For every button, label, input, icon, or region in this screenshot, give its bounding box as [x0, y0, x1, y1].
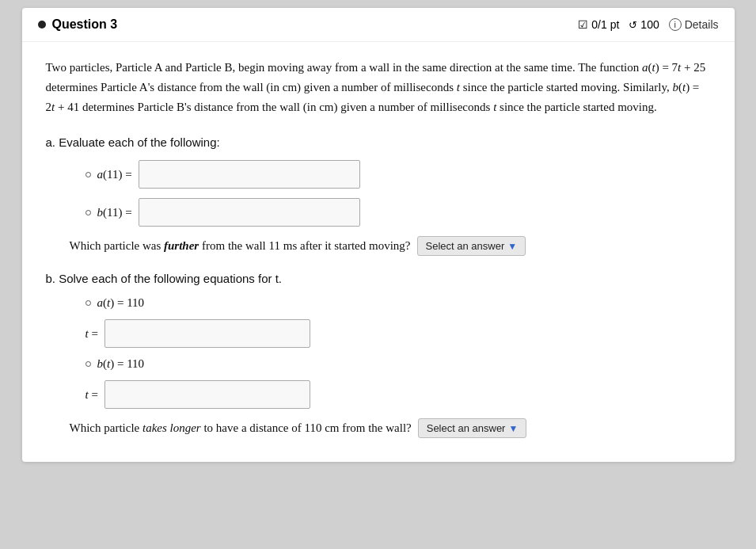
select-answer-further-btn[interactable]: Select an answer ▼	[417, 236, 526, 256]
a11-input[interactable]	[139, 160, 360, 189]
part-b-label: b. Solve each of the following equations…	[46, 272, 711, 285]
part-a-section: a. Evaluate each of the following: a(11)…	[46, 135, 711, 256]
header-right: ☑ 0/1 pt ↺ 100 i Details	[578, 18, 718, 31]
at-label: a(t) = 110	[97, 296, 145, 310]
takes-longer-text: Which particle takes longer to have a di…	[70, 421, 412, 435]
b11-label: b(11) =	[97, 206, 132, 219]
bullet-icon	[38, 21, 46, 29]
b11-input[interactable]	[139, 198, 360, 227]
retry-section: ↺ 100	[629, 18, 659, 31]
question-label: Question 3	[52, 17, 118, 32]
sub-part-at-row: a(t) = 110	[85, 296, 711, 310]
select-answer-longer-btn[interactable]: Select an answer ▼	[418, 418, 527, 438]
retry-count: 100	[640, 18, 659, 31]
t2-row: t =	[85, 380, 711, 409]
t2-label: t =	[85, 388, 98, 402]
score-badge: ☑ 0/1 pt	[578, 18, 619, 31]
question-body: Two particles, Particle A and Particle B…	[22, 42, 735, 462]
a11-label: a(11) =	[97, 168, 132, 181]
bt-label: b(t) = 110	[97, 357, 145, 371]
details-label: Details	[685, 18, 719, 31]
sub-bullet-b11	[85, 210, 91, 215]
sub-bullet-bt	[85, 361, 91, 367]
details-link[interactable]: i Details	[669, 18, 719, 31]
retry-icon: ↺	[629, 19, 637, 31]
part-b-section: b. Solve each of the following equations…	[46, 272, 711, 438]
select-answer-longer-label: Select an answer	[427, 422, 506, 434]
score-value: 0/1 pt	[591, 18, 619, 31]
info-icon: i	[669, 18, 682, 31]
t1-input[interactable]	[104, 319, 310, 348]
sub-part-b11-row: b(11) =	[85, 198, 711, 227]
problem-text: Two particles, Particle A and Particle B…	[46, 58, 711, 116]
main-card: Question 3 ☑ 0/1 pt ↺ 100 i Details Two …	[22, 8, 735, 462]
part-a-label: a. Evaluate each of the following:	[46, 135, 711, 149]
which-particle-further-row: Which particle was further from the wall…	[70, 236, 711, 256]
t1-label: t =	[85, 327, 98, 341]
which-particle-further-text: Which particle was further from the wall…	[70, 239, 411, 253]
checkbox-icon: ☑	[578, 18, 588, 31]
sub-part-a11-row: a(11) =	[85, 160, 711, 189]
dropdown-arrow-icon: ▼	[507, 241, 517, 252]
select-answer-further-label: Select an answer	[426, 240, 505, 252]
t1-row: t =	[85, 319, 711, 348]
sub-bullet-at	[85, 300, 91, 306]
question-header: Question 3 ☑ 0/1 pt ↺ 100 i Details	[22, 8, 735, 42]
t2-input[interactable]	[104, 380, 310, 409]
sub-bullet-a11	[85, 172, 91, 177]
takes-longer-row: Which particle takes longer to have a di…	[70, 418, 711, 438]
question-title: Question 3	[38, 17, 118, 32]
sub-part-bt-row: b(t) = 110	[85, 357, 711, 371]
dropdown-arrow-longer-icon: ▼	[508, 423, 518, 434]
